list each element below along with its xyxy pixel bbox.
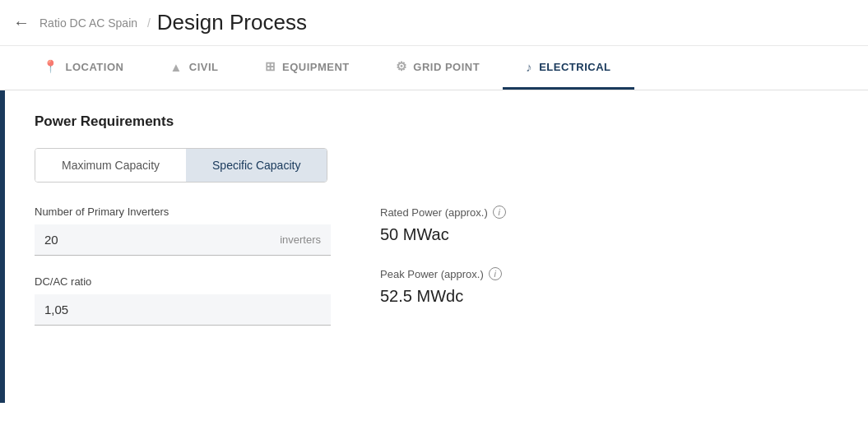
form-right-column: Rated Power (approx.) i 50 MWac Peak Pow… — [380, 206, 838, 345]
primary-inverters-group: Number of Primary Inverters inverters — [35, 206, 331, 256]
peak-power-label-text: Peak Power (approx.) — [380, 268, 484, 280]
electrical-icon: ♪ — [526, 60, 532, 74]
rated-power-info-icon[interactable]: i — [493, 206, 506, 219]
tab-electrical[interactable]: ♪ ELECTRICAL — [503, 47, 634, 90]
primary-inverters-input[interactable] — [44, 233, 273, 247]
tab-equipment[interactable]: ⊞ EQUIPMENT — [242, 46, 373, 90]
breadcrumb: Ratio DC AC Spain / — [39, 16, 157, 30]
specific-capacity-button[interactable]: Specific Capacity — [186, 149, 327, 182]
equipment-icon: ⊞ — [265, 59, 276, 74]
dc-ac-ratio-input[interactable] — [44, 303, 321, 317]
rated-power-value: 50 MWac — [380, 225, 838, 244]
peak-power-group: Peak Power (approx.) i 52.5 MWdc — [380, 267, 838, 306]
civil-icon: ▲ — [169, 60, 182, 74]
tab-grid-point-label: GRID POINT — [413, 61, 480, 73]
page-title: Design Process — [157, 10, 307, 35]
rated-power-label: Rated Power (approx.) i — [380, 206, 838, 219]
dc-ac-ratio-input-wrapper — [35, 294, 331, 326]
peak-power-label: Peak Power (approx.) i — [380, 267, 838, 280]
primary-inverters-unit: inverters — [280, 233, 321, 246]
dc-ac-ratio-label: DC/AC ratio — [35, 275, 331, 288]
form-grid: Number of Primary Inverters inverters DC… — [35, 206, 838, 345]
tab-civil[interactable]: ▲ CIVIL — [146, 47, 241, 90]
tab-equipment-label: EQUIPMENT — [282, 61, 350, 73]
section-title: Power Requirements — [35, 113, 838, 130]
maximum-capacity-button[interactable]: Maximum Capacity — [35, 149, 186, 182]
main-content: Power Requirements Maximum Capacity Spec… — [0, 90, 868, 403]
location-icon: 📍 — [43, 59, 59, 74]
primary-inverters-label: Number of Primary Inverters — [35, 206, 331, 218]
back-button[interactable]: ← — [13, 13, 30, 32]
dc-ac-ratio-group: DC/AC ratio — [35, 275, 331, 326]
peak-power-value: 52.5 MWdc — [380, 287, 838, 306]
tab-location-label: LOCATION — [66, 61, 124, 73]
breadcrumb-project: Ratio DC AC Spain — [39, 16, 137, 30]
tab-location[interactable]: 📍 LOCATION — [20, 46, 146, 90]
header: ← Ratio DC AC Spain / Design Process — [0, 0, 868, 46]
tab-electrical-label: ELECTRICAL — [539, 61, 610, 73]
nav-tabs: 📍 LOCATION ▲ CIVIL ⊞ EQUIPMENT ⚙ GRID PO… — [0, 46, 868, 90]
grid-point-icon: ⚙ — [396, 59, 407, 74]
tab-grid-point[interactable]: ⚙ GRID POINT — [373, 46, 503, 90]
form-left-column: Number of Primary Inverters inverters DC… — [35, 206, 331, 345]
breadcrumb-separator: / — [147, 16, 151, 30]
content-area: Power Requirements Maximum Capacity Spec… — [5, 90, 868, 403]
rated-power-label-text: Rated Power (approx.) — [380, 206, 488, 219]
tab-civil-label: CIVIL — [189, 61, 219, 73]
peak-power-info-icon[interactable]: i — [489, 267, 502, 280]
capacity-toggle-group: Maximum Capacity Specific Capacity — [35, 148, 327, 183]
rated-power-group: Rated Power (approx.) i 50 MWac — [380, 206, 838, 244]
primary-inverters-input-wrapper: inverters — [35, 224, 331, 256]
